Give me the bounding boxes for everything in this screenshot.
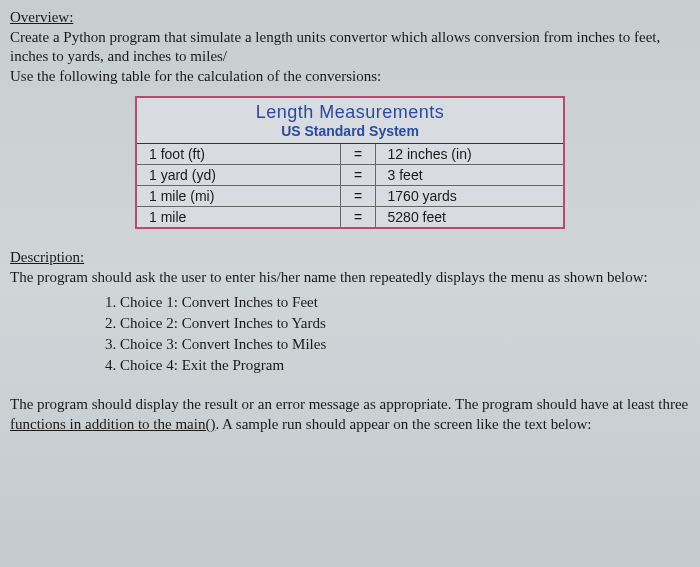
menu-item: Choice 1: Convert Inches to Feet [120, 292, 690, 313]
description-title: Description: [10, 249, 84, 265]
cell-right: 12 inches (in) [376, 144, 563, 164]
cell-eq: = [341, 186, 375, 206]
cell-right: 3 feet [376, 165, 563, 185]
length-table: Length Measurements US Standard System 1… [135, 96, 565, 229]
cell-right: 1760 yards [376, 186, 563, 206]
final-part1: The program should display the result or… [10, 396, 688, 412]
menu-item: Choice 4: Exit the Program [120, 355, 690, 376]
menu-item: Choice 2: Convert Inches to Yards [120, 313, 690, 334]
description-block: Description: The program should ask the … [10, 247, 690, 288]
table-wrapper: Length Measurements US Standard System 1… [10, 96, 690, 229]
cell-left: 1 mile [137, 207, 341, 227]
table-row: 1 mile (mi) = 1760 yards [137, 186, 563, 207]
table-row: 1 mile = 5280 feet [137, 207, 563, 227]
overview-line2: Use the following table for the calculat… [10, 68, 381, 84]
cell-left: 1 mile (mi) [137, 186, 341, 206]
table-title: Length Measurements [137, 98, 563, 123]
menu-item: Choice 3: Convert Inches to Miles [120, 334, 690, 355]
menu-list: Choice 1: Convert Inches to Feet Choice … [120, 292, 690, 376]
table-row: 1 yard (yd) = 3 feet [137, 165, 563, 186]
overview-block: Overview: Create a Python program that s… [10, 8, 690, 86]
description-intro: The program should ask the user to enter… [10, 269, 648, 285]
overview-line1: Create a Python program that simulate a … [10, 29, 660, 65]
table-subtitle: US Standard System [137, 123, 563, 144]
final-underlined: functions in addition to the main() [10, 416, 215, 432]
cell-eq: = [341, 165, 375, 185]
cell-eq: = [341, 207, 375, 227]
cell-eq: = [341, 144, 375, 164]
cell-left: 1 foot (ft) [137, 144, 341, 164]
cell-right: 5280 feet [376, 207, 563, 227]
final-part2: . A sample run should appear on the scre… [215, 416, 591, 432]
cell-left: 1 yard (yd) [137, 165, 341, 185]
table-row: 1 foot (ft) = 12 inches (in) [137, 144, 563, 165]
overview-title: Overview: [10, 9, 73, 25]
final-paragraph: The program should display the result or… [10, 394, 690, 435]
